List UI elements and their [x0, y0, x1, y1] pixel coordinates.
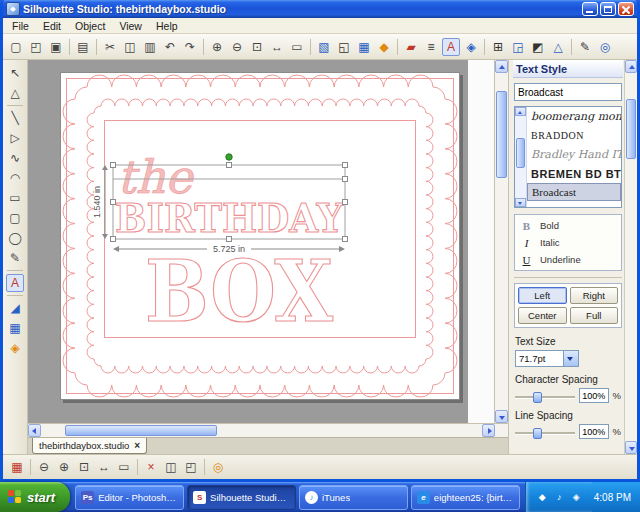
horizontal-scroll-thumb[interactable] — [65, 425, 217, 436]
scroll-down-icon[interactable] — [495, 410, 508, 423]
object-align-icon[interactable]: ⊞ — [489, 38, 507, 56]
selection-handle[interactable] — [111, 200, 116, 205]
selection-handle[interactable] — [111, 163, 116, 168]
menu-help[interactable]: Help — [149, 20, 185, 32]
selection-handle[interactable] — [227, 163, 232, 168]
volume-icon[interactable]: ♪ — [553, 491, 566, 504]
open-icon[interactable]: ◰ — [27, 38, 45, 56]
freehand-tool-icon[interactable]: ✎ — [6, 249, 24, 267]
preferences-icon[interactable]: ◎ — [596, 38, 614, 56]
panel-scroll-thumb[interactable] — [626, 99, 636, 159]
selection-handle[interactable] — [343, 237, 348, 242]
document-tab[interactable]: thebirthdaybox.studio × — [32, 438, 147, 454]
canvas-horizontal-scrollbar[interactable] — [28, 423, 508, 437]
network-icon[interactable]: ◈ — [570, 491, 583, 504]
pencil-icon[interactable]: ✎ — [576, 38, 594, 56]
font-list-scrollbar[interactable] — [515, 107, 527, 207]
canvas[interactable]: the BIRTHDAY BOX — [28, 60, 494, 423]
arc-tool-icon[interactable]: ◠ — [6, 169, 24, 187]
selection-handle[interactable] — [227, 237, 232, 242]
trace-icon[interactable]: △ — [549, 38, 567, 56]
design-page[interactable]: the BIRTHDAY BOX — [60, 72, 460, 400]
pan-icon[interactable]: ↔ — [95, 458, 113, 476]
maximize-button[interactable] — [600, 2, 616, 16]
zoom-out-icon[interactable]: ⊖ — [228, 38, 246, 56]
rectangle-tool-icon[interactable]: ▭ — [6, 189, 24, 207]
align-center-button[interactable]: Center — [518, 307, 567, 324]
fit-page-icon[interactable]: ▭ — [115, 458, 133, 476]
drag-zoom-icon[interactable]: ⊡ — [75, 458, 93, 476]
font-option-selected[interactable]: Broadcast — [527, 183, 621, 201]
taskbar-button-photoshop[interactable]: Ps Editor - Photoshop El... — [75, 485, 184, 510]
font-search-input[interactable] — [514, 83, 622, 101]
align-full-button[interactable]: Full — [570, 307, 619, 324]
replicate-icon[interactable]: ◲ — [509, 38, 527, 56]
font-list-scroll-up-icon[interactable] — [515, 107, 526, 116]
selection-handle[interactable] — [343, 163, 348, 168]
scroll-left-icon[interactable] — [28, 424, 41, 437]
grid-settings-icon[interactable]: ▦ — [355, 38, 373, 56]
cut-icon[interactable]: ✂ — [101, 38, 119, 56]
font-option[interactable]: BREMEN BD BT — [527, 164, 621, 183]
ungroup-icon[interactable]: ◰ — [182, 458, 200, 476]
registration-marks-icon[interactable]: ◱ — [335, 38, 353, 56]
pan-icon[interactable]: ↔ — [268, 38, 286, 56]
zoom-out-icon[interactable]: ⊖ — [35, 458, 53, 476]
scroll-up-icon[interactable] — [495, 60, 508, 73]
panel-scroll-up-icon[interactable] — [625, 60, 637, 73]
zoom-in-icon[interactable]: ⊕ — [208, 38, 226, 56]
silhouette-send-icon[interactable]: ◆ — [375, 38, 393, 56]
panel-scroll-down-icon[interactable] — [625, 441, 637, 454]
zoom-selection-icon[interactable]: ⊡ — [248, 38, 266, 56]
font-option[interactable]: boomerang monkey delux — [527, 107, 621, 126]
line-spacing-slider-thumb[interactable] — [533, 428, 542, 439]
italic-button[interactable]: I Italic — [515, 234, 621, 251]
edit-points-tool-icon[interactable]: △ — [6, 84, 24, 102]
design-text-box[interactable]: BOX — [145, 242, 334, 341]
rotation-handle[interactable] — [226, 154, 232, 160]
taskbar-button-itunes[interactable]: ♪ iTunes — [299, 485, 408, 510]
print-icon[interactable]: ▤ — [74, 38, 92, 56]
undo-icon[interactable]: ↶ — [161, 38, 179, 56]
character-spacing-value[interactable]: 100% — [579, 388, 609, 403]
zoom-in-icon[interactable]: ⊕ — [55, 458, 73, 476]
chevron-down-icon[interactable] — [563, 351, 578, 366]
menu-edit[interactable]: Edit — [36, 20, 68, 32]
selection-handle[interactable] — [111, 237, 116, 242]
underline-button[interactable]: U Underline — [515, 251, 621, 268]
vertical-scroll-thumb[interactable] — [496, 91, 507, 178]
menu-view[interactable]: View — [112, 20, 149, 32]
character-spacing-slider-thumb[interactable] — [533, 392, 542, 403]
delete-icon[interactable]: × — [142, 458, 160, 476]
font-list-scroll-down-icon[interactable] — [515, 198, 526, 207]
scroll-right-icon[interactable] — [482, 424, 495, 437]
redo-icon[interactable]: ↷ — [181, 38, 199, 56]
font-list-scroll-thumb[interactable] — [516, 138, 525, 168]
line-style-icon[interactable]: ≡ — [422, 38, 440, 56]
line-end-handle[interactable] — [343, 177, 348, 182]
page-settings-icon[interactable]: ▧ — [315, 38, 333, 56]
canvas-vertical-scrollbar[interactable] — [494, 60, 508, 423]
copy-icon[interactable]: ◫ — [121, 38, 139, 56]
eraser-tool-icon[interactable]: ◢ — [6, 299, 24, 317]
my-library-icon[interactable]: ▦ — [8, 458, 26, 476]
save-icon[interactable]: ▣ — [47, 38, 65, 56]
text-tool-icon[interactable]: A — [6, 274, 24, 292]
selection-handle[interactable] — [343, 200, 348, 205]
rounded-rectangle-tool-icon[interactable]: ▢ — [6, 209, 24, 227]
menu-object[interactable]: Object — [68, 20, 112, 32]
character-spacing-slider[interactable] — [515, 390, 575, 402]
fill-color-icon[interactable]: ▰ — [402, 38, 420, 56]
close-button[interactable] — [618, 2, 634, 16]
panel-scrollbar[interactable] — [624, 60, 637, 454]
group-icon[interactable]: ◫ — [162, 458, 180, 476]
store-icon[interactable]: ◈ — [6, 339, 24, 357]
bold-button[interactable]: B Bold — [515, 217, 621, 234]
text-size-select[interactable]: 71.7pt — [515, 350, 579, 367]
align-left-button[interactable]: Left — [518, 287, 567, 304]
select-tool-icon[interactable]: ↖ — [6, 64, 24, 82]
antivirus-icon[interactable]: ◆ — [536, 491, 549, 504]
image-effects-icon[interactable]: ◈ — [462, 38, 480, 56]
ellipse-tool-icon[interactable]: ◯ — [6, 229, 24, 247]
modify-icon[interactable]: ◩ — [529, 38, 547, 56]
